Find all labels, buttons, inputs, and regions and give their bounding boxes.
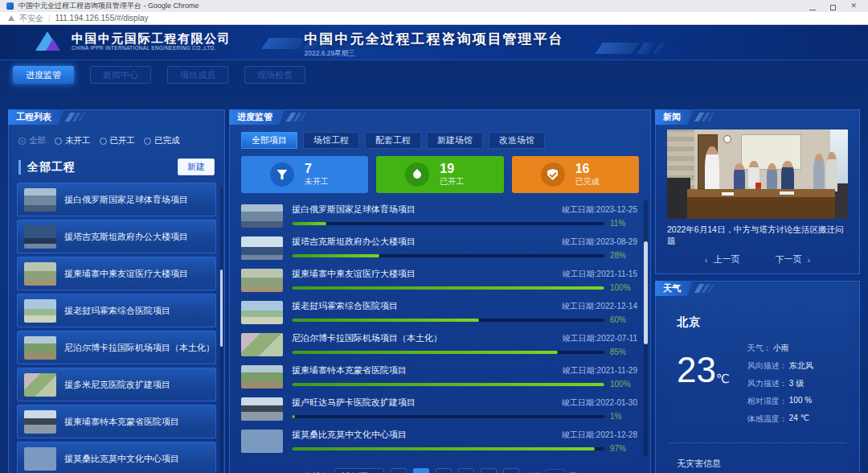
goto-page: 前往 页 [526, 469, 577, 473]
project-filter-radio[interactable]: 未开工 [55, 135, 91, 146]
stat-card[interactable]: 7 未开工 [241, 156, 368, 193]
nav-button[interactable]: 新闻中心 [90, 66, 151, 84]
progress-scrollbar[interactable] [644, 200, 648, 457]
progress-row[interactable]: 援柬埔寨中柬友谊医疗大楼项目 竣工日期:2021-11-15 100% [241, 264, 637, 296]
news-next-label: 下一页 [776, 253, 802, 265]
completion-date: 竣工日期:2021-11-29 [563, 365, 637, 376]
progress-row[interactable]: 援柬埔寨特本克蒙省医院项目 竣工日期:2021-11-29 100% [241, 360, 637, 393]
project-thumbnail [241, 365, 283, 389]
progress-row[interactable]: 援塔吉克斯坦政府办公大楼项目 竣工日期:2023-08-29 28% [241, 232, 637, 264]
progress-percent: 11% [610, 219, 637, 228]
stat-card[interactable]: 19 已开工 [376, 156, 503, 193]
progress-tab[interactable]: 全部项目 [241, 132, 297, 149]
progress-tab[interactable]: 新建场馆 [427, 132, 483, 149]
project-list-item[interactable]: 援老挝玛霍索综合医院项目 [17, 294, 216, 327]
goto-page-input[interactable] [546, 469, 565, 473]
stat-label: 已开工 [440, 176, 464, 187]
not-secure-warning-icon[interactable] [8, 15, 14, 21]
nav-button-label: 项目成员 [180, 69, 215, 81]
progress-percent: 60% [610, 315, 637, 324]
panel-title-weather: 天气 [655, 281, 694, 296]
project-name: 援莫桑比克莫中文化中心项目 [292, 429, 407, 441]
project-list-item[interactable]: 援多米尼克医院改扩建项目 [17, 368, 216, 401]
page-number-button[interactable]: 2 [436, 468, 452, 473]
news-prev-label: 上一页 [714, 253, 740, 265]
tag-slashes-decor [697, 113, 712, 121]
project-filter-radio[interactable]: 已完成 [144, 135, 180, 146]
nav-button[interactable]: 项目成员 [167, 66, 228, 84]
page-size-select[interactable]: 10条/页 ∨ [334, 468, 384, 473]
progress-tab[interactable]: 配套工程 [365, 132, 421, 149]
project-thumbnail [24, 447, 56, 471]
progress-row[interactable]: 援卢旺达马萨卡医院改扩建项目 竣工日期:2022-01-30 1% [241, 393, 637, 425]
project-list-item[interactable]: 援柬埔寨特本克蒙省医院项目 [17, 405, 216, 438]
prev-page-button[interactable]: ‹ [391, 468, 407, 473]
filter-label: 已完成 [154, 135, 180, 146]
project-list-scrollbar[interactable] [220, 187, 223, 473]
progress-track [292, 383, 604, 386]
nav-button[interactable]: 现场检查 [244, 66, 305, 84]
tag-slashes-decor [68, 113, 83, 121]
news-next-button[interactable]: 下一页 › [776, 253, 811, 265]
progress-row[interactable]: 援莫桑比克莫中文化中心项目 竣工日期:2021-12-28 97% [241, 425, 637, 457]
progress-track [292, 319, 604, 322]
stat-icon [541, 162, 565, 187]
address-bar[interactable]: 不安全 | 111.194.126.155/#/display [0, 12, 868, 25]
url-text[interactable]: 111.194.126.155/#/display [55, 14, 149, 23]
progress-row[interactable]: 尼泊尔博卡拉国际机场项目（本土化） 竣工日期:2022-07-11 85% [241, 328, 637, 360]
stat-card[interactable]: 16 已完成 [512, 156, 639, 193]
project-filter-radio[interactable]: 已开工 [100, 135, 136, 146]
project-list-item[interactable]: 援柬埔寨中柬友谊医疗大楼项目 [17, 257, 216, 290]
nav-button[interactable]: 进度监管 [13, 66, 74, 84]
news-photo[interactable] [667, 130, 848, 219]
progress-fill [292, 383, 604, 386]
progress-percent: 100% [610, 380, 637, 389]
window-titlebar: 中国中元全过程工程咨询项目管理平台 - Google Chrome ✕ [0, 0, 868, 12]
news-prev-button[interactable]: ‹ 上一页 [705, 253, 740, 265]
date-underline [305, 60, 367, 60]
progress-tab[interactable]: 场馆工程 [303, 132, 359, 149]
photo-papers [722, 192, 735, 195]
filter-label: 未开工 [65, 135, 91, 146]
project-list-item[interactable]: 援莫桑比克莫中文化中心项目 [17, 442, 216, 473]
stat-icon [270, 162, 294, 187]
weather-detail-label: 天气： [747, 343, 772, 354]
progress-panel: 进度监管 全部项目 场馆工程 配套工程 新建场馆 改造场馆 [229, 109, 651, 473]
photo-person [813, 154, 825, 191]
status-stat-cards: 7 未开工 19 已开工 16 [241, 156, 639, 193]
project-name: 援多米尼克医院改扩建项目 [64, 379, 170, 391]
not-secure-label[interactable]: 不安全 [19, 13, 43, 24]
project-list-item[interactable]: 援塔吉克斯坦政府办公大楼项目 [17, 220, 216, 253]
maximize-icon[interactable] [830, 0, 836, 14]
next-page-button[interactable]: › [503, 468, 519, 473]
minimize-icon[interactable] [809, 0, 816, 14]
progress-row[interactable]: 援老挝玛霍索综合医院项目 竣工日期:2022-12-14 60% [241, 296, 637, 328]
stat-value: 16 [575, 162, 600, 175]
progress-fill [292, 222, 326, 225]
company-name: 中国中元国际工程有限公司 [72, 31, 231, 45]
page-number-button[interactable]: 3 [458, 468, 474, 473]
project-filter-radio[interactable]: 全部 [18, 135, 46, 146]
progress-fill [292, 254, 379, 257]
tab-label: 配套工程 [375, 134, 411, 146]
stat-icon [405, 162, 429, 187]
completion-date: 竣工日期:2022-12-14 [562, 301, 637, 312]
progress-row[interactable]: 援白俄罗斯国家足球体育场项目 竣工日期:2023-12-25 11% [241, 199, 637, 232]
temperature-unit: ℃ [716, 372, 730, 386]
project-name: 援塔吉克斯坦政府办公大楼项目 [292, 236, 416, 248]
project-list-item[interactable]: 援白俄罗斯国家足球体育场项目 [17, 183, 216, 216]
project-thumbnail [24, 410, 56, 434]
project-thumbnail [24, 373, 56, 397]
weather-detail-label: 风力描述： [747, 378, 788, 389]
project-list-panel: 工程列表 全部 未开工 已开工 已完成 全部工程 新建 [8, 109, 225, 473]
page-number-button[interactable]: 1 [413, 468, 429, 473]
project-list-item[interactable]: 尼泊尔博卡拉国际机场项目（本土化） [17, 331, 216, 364]
weather-divider [669, 442, 846, 443]
new-project-button[interactable]: 新建 [178, 158, 215, 175]
photo-table [687, 189, 836, 219]
page-number-button[interactable]: 4 [481, 468, 497, 473]
weather-details: 天气： 小雨 风向描述： 东北风 风力描述： 3 级 相对湿度： 100 % 体… [747, 343, 813, 425]
progress-tab[interactable]: 改造场馆 [489, 132, 545, 149]
close-icon[interactable]: ✕ [850, 3, 857, 9]
radio-icon [55, 138, 62, 145]
